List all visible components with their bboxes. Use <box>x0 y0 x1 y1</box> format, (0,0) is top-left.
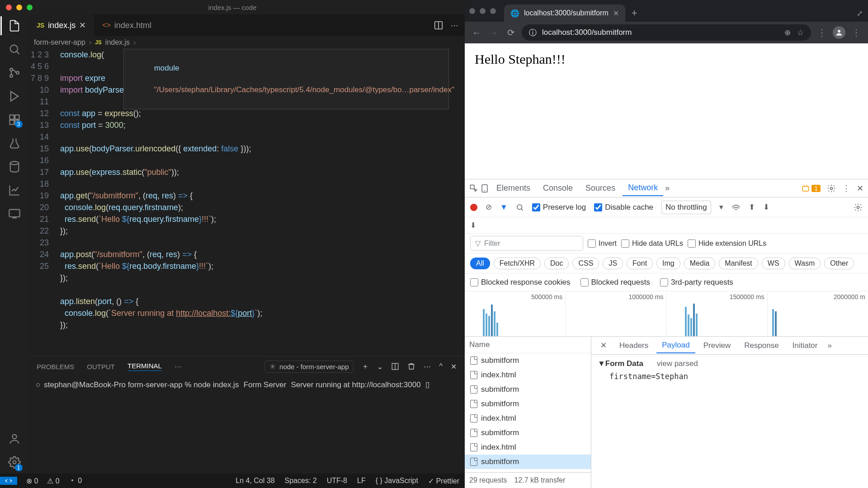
breadcrumbs[interactable]: form-server-app › JS index.js › <box>28 36 465 49</box>
minimize-window-icon[interactable] <box>16 5 22 10</box>
hide-data-urls-checkbox[interactable]: Hide data URLs <box>621 239 683 248</box>
prettier-status[interactable]: ✓ Prettier <box>428 477 459 485</box>
testing-icon[interactable] <box>8 136 21 150</box>
record-icon[interactable] <box>470 204 477 211</box>
errors-count[interactable]: ⊗ 0 <box>26 477 38 485</box>
blocked-requests-checkbox[interactable]: Blocked requests <box>580 278 650 287</box>
panel-tab-more-icon[interactable]: ⋯ <box>175 362 181 371</box>
language-mode[interactable]: { } JavaScript <box>376 477 418 485</box>
pill-js[interactable]: JS <box>603 258 623 269</box>
profile-avatar-icon[interactable] <box>833 26 845 39</box>
pill-wasm[interactable]: Wasm <box>789 258 821 269</box>
kill-terminal-icon[interactable] <box>407 362 415 371</box>
more-terminal-icon[interactable]: ⋯ <box>424 362 431 371</box>
reload-icon[interactable]: ⟳ <box>505 26 517 39</box>
devtools-menu-icon[interactable]: ⋮ <box>842 183 850 193</box>
request-row[interactable]: submitform <box>465 455 591 469</box>
search-icon[interactable] <box>8 42 21 56</box>
pill-ws[interactable]: WS <box>762 258 785 269</box>
split-editor-icon[interactable] <box>434 20 443 30</box>
forward-icon[interactable]: → <box>487 26 500 39</box>
request-row[interactable]: index.html <box>465 411 591 426</box>
devtools-tab-sources[interactable]: Sources <box>580 181 621 196</box>
terminal-dropdown-icon[interactable]: ⌄ <box>377 362 383 371</box>
disable-cache-checkbox[interactable]: Disable cache <box>594 203 653 212</box>
request-row[interactable]: submitform <box>465 397 591 411</box>
pill-all[interactable]: All <box>470 258 490 269</box>
more-actions-icon[interactable]: ⋯ <box>451 21 458 30</box>
panel-tab-problems[interactable]: PROBLEMS <box>37 363 74 371</box>
issues-badge[interactable]: 1 <box>802 184 821 192</box>
chart-icon[interactable] <box>8 183 21 197</box>
request-row[interactable]: index.html <box>465 368 591 382</box>
detail-tab-payload[interactable]: Payload <box>656 338 695 353</box>
pill-doc[interactable]: Doc <box>544 258 569 269</box>
remote-explorer-icon[interactable] <box>8 207 21 221</box>
back-icon[interactable]: ← <box>470 26 483 39</box>
terminal-content[interactable]: ○stephan@MacBook-Pro form-server-app % n… <box>28 376 465 474</box>
request-row[interactable]: submitform <box>465 426 591 440</box>
zoom-window-icon[interactable] <box>27 5 33 10</box>
devtools-tab-network[interactable]: Network <box>623 180 663 196</box>
terminal-task[interactable]: node - form-server-app <box>264 361 354 373</box>
preserve-log-checkbox[interactable]: Preserve log <box>532 203 586 212</box>
extensions-icon[interactable]: ⋮ <box>816 26 828 39</box>
code-content[interactable]: console.log( import expre import bodyPar… <box>60 49 465 356</box>
pill-img[interactable]: Img <box>656 258 680 269</box>
download-icon[interactable]: ⬇ <box>470 221 476 230</box>
sql-icon[interactable] <box>8 160 21 174</box>
close-window-icon[interactable] <box>6 5 12 10</box>
third-party-checkbox[interactable]: 3rd-party requests <box>660 278 733 287</box>
close-window-icon[interactable] <box>469 8 475 14</box>
view-parsed-link[interactable]: view parsed <box>657 359 698 368</box>
expand-window-icon[interactable]: ⤢ <box>851 5 868 22</box>
detail-tab-preview[interactable]: Preview <box>698 338 736 353</box>
site-info-icon[interactable]: ⓘ <box>529 28 537 38</box>
pill-font[interactable]: Font <box>627 258 653 269</box>
pill-other[interactable]: Other <box>824 258 854 269</box>
cursor-position[interactable]: Ln 4, Col 38 <box>236 477 274 485</box>
timeline-overview[interactable]: 500000 ms 1000000 ms 1500000 ms 2000000 … <box>465 291 868 337</box>
encoding[interactable]: UTF-8 <box>327 477 347 485</box>
blocked-cookies-checkbox[interactable]: Blocked response cookies <box>470 278 571 287</box>
indentation[interactable]: Spaces: 2 <box>285 477 317 485</box>
zoom-window-icon[interactable] <box>490 8 496 14</box>
pill-fetch[interactable]: Fetch/XHR <box>494 258 541 269</box>
request-row[interactable]: submitform <box>465 353 591 368</box>
network-conditions-icon[interactable] <box>731 203 741 212</box>
pill-manifest[interactable]: Manifest <box>719 258 758 269</box>
panel-tab-terminal[interactable]: TERMINAL <box>127 362 162 371</box>
panel-tab-output[interactable]: OUTPUT <box>87 363 115 371</box>
minimize-window-icon[interactable] <box>480 8 486 14</box>
bookmark-star-icon[interactable]: ☆ <box>797 28 804 38</box>
more-tabs-icon[interactable]: » <box>665 183 670 193</box>
form-data-section[interactable]: ▼Form Data view parsed <box>598 359 862 368</box>
request-row[interactable]: index.html <box>465 440 591 455</box>
extensions-icon[interactable]: 3 <box>8 113 21 127</box>
chrome-menu-icon[interactable]: ⋮ <box>850 26 863 39</box>
close-detail-icon[interactable]: ✕ <box>596 341 611 350</box>
settings-gear-icon[interactable]: 1 <box>8 455 21 469</box>
maximize-panel-icon[interactable]: ^ <box>439 362 443 371</box>
clear-icon[interactable]: ⊘ <box>486 202 492 212</box>
more-tabs-icon[interactable]: » <box>827 341 831 350</box>
close-devtools-icon[interactable]: ✕ <box>857 183 863 193</box>
search-icon[interactable] <box>516 203 524 211</box>
code-editor[interactable]: 1 2 3 4 5 6 7 8 9 10 11 12 13 14 15 16 1… <box>28 49 465 356</box>
tab-index-js[interactable]: JS index.js ✕ <box>28 14 94 36</box>
invert-checkbox[interactable]: Invert <box>588 239 617 248</box>
source-control-icon[interactable] <box>8 66 21 80</box>
close-tab-icon[interactable]: ✕ <box>613 9 619 18</box>
detail-tab-initiator[interactable]: Initiator <box>787 338 823 353</box>
warnings-count[interactable]: ⚠ 0 <box>47 477 59 485</box>
detail-tab-headers[interactable]: Headers <box>614 338 654 353</box>
filter-input[interactable]: ▽ Filter <box>470 236 583 251</box>
address-bar[interactable]: ⓘ localhost:3000/submitform ⊕ ☆ <box>522 24 811 41</box>
toggle-device-icon[interactable] <box>480 184 489 193</box>
export-har-icon[interactable]: ⬇ <box>763 202 769 212</box>
devtools-tab-console[interactable]: Console <box>538 181 578 196</box>
accounts-icon[interactable] <box>8 432 21 446</box>
eol[interactable]: LF <box>357 477 366 485</box>
throttling-select[interactable]: No throttling <box>661 201 711 214</box>
split-terminal-icon[interactable] <box>391 362 399 371</box>
